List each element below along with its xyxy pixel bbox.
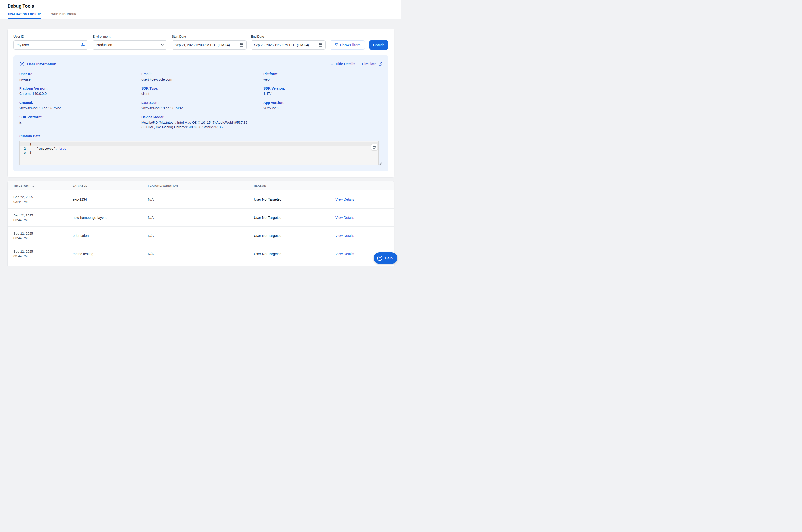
user-field: SDK Platform:js: [19, 115, 138, 130]
end-date-label: End Date: [251, 35, 326, 38]
user-field: Email:user@devcycle.com: [141, 72, 261, 82]
page-title: Debug Tools: [7, 4, 34, 9]
environment-label: Environment: [93, 35, 167, 38]
user-fields-grid: User ID:my-user Email:user@devcycle.com …: [19, 72, 382, 130]
hide-details-label: Hide Details: [336, 62, 355, 66]
search-button[interactable]: Search: [369, 40, 388, 50]
table-row: Sep 22, 202503:44 PM metric-testing N/A …: [7, 245, 394, 263]
start-date-value: Sep 21, 2025 12:00 AM EDT (GMT-4): [175, 43, 237, 47]
view-details-link[interactable]: View Details: [335, 234, 388, 238]
copy-icon: [373, 146, 376, 149]
view-details-link[interactable]: View Details: [335, 216, 388, 220]
code-line: 3 }: [20, 151, 378, 155]
start-date-field-group: Start Date Sep 21, 2025 12:00 AM EDT (GM…: [172, 35, 246, 50]
user-field: SDK Type:client: [141, 87, 261, 96]
user-information-header: User Information Hide Details Simulate: [19, 61, 382, 66]
help-label: Help: [385, 256, 393, 260]
help-button[interactable]: ? Help: [374, 252, 397, 264]
user-id-field-group: User ID: [14, 35, 88, 50]
timestamp-cell: Sep 22, 202503:44 PM: [14, 231, 73, 240]
table-row: Sep 22, 202503:44 PM orientation N/A Use…: [7, 226, 394, 245]
start-date-label: Start Date: [172, 35, 246, 38]
show-filters-button[interactable]: Show Filters: [330, 40, 365, 50]
end-date-value: Sep 23, 2025 11:59 PM EDT (GMT-4): [254, 43, 317, 47]
external-link-icon: [378, 62, 382, 66]
reason-cell: User Not Targeted: [254, 234, 335, 238]
user-information-panel: User Information Hide Details Simulate: [14, 55, 388, 171]
reason-cell: User Not Targeted: [254, 252, 335, 256]
table-header-row: TIMESTAMP VARIABLE FEATURE/VARIATION REA…: [7, 181, 394, 190]
line-number: 3: [20, 151, 28, 155]
top-header: Debug Tools EVALUATION LOOKUP WEB DEBUGG…: [0, 0, 401, 19]
tab-bar: EVALUATION LOOKUP WEB DEBUGGER: [7, 13, 77, 19]
end-date-input[interactable]: Sep 23, 2025 11:59 PM EDT (GMT-4): [251, 40, 326, 50]
copy-button[interactable]: [371, 144, 378, 150]
page-content: User ID Environment Production: [0, 19, 401, 266]
column-header-variable[interactable]: VARIABLE: [73, 184, 148, 187]
simulate-label: Simulate: [362, 62, 376, 66]
sort-descending-icon: [32, 184, 35, 187]
resize-handle-icon[interactable]: [379, 162, 382, 165]
chevron-down-icon: [160, 43, 164, 46]
code-line: 1 {: [20, 142, 378, 147]
feature-cell: N/A: [148, 252, 254, 256]
view-details-link[interactable]: View Details: [335, 197, 388, 201]
reason-cell: User Not Targeted: [254, 216, 335, 220]
user-id-label: User ID: [14, 35, 88, 38]
environment-selected-value: Production: [96, 43, 159, 47]
user-field: Platform Version:Chrome 140.0.0.0: [19, 87, 138, 96]
feature-cell: N/A: [148, 216, 254, 220]
variable-cell: metric-testing: [73, 252, 148, 256]
environment-field-group: Environment Production: [93, 35, 167, 50]
custom-data-code-editor[interactable]: 1 { 2 "employee": true 3 }: [19, 141, 379, 166]
tab-web-debugger[interactable]: WEB DEBUGGER: [51, 13, 77, 19]
feature-cell: N/A: [148, 197, 254, 201]
custom-data-editor-wrap: 1 { 2 "employee": true 3 }: [19, 141, 379, 166]
chevron-down-icon: [330, 62, 334, 66]
user-field: Device Model:Mozilla/5.0 (Macintosh; Int…: [141, 115, 261, 130]
column-header-timestamp[interactable]: TIMESTAMP: [14, 184, 73, 187]
custom-data-label: Custom Data:: [19, 134, 382, 138]
table-row: Sep 22, 202503:44 PM togglebot-speed Hel…: [7, 263, 394, 266]
feature-cell: N/A: [148, 234, 254, 238]
table-row: Sep 22, 202503:44 PM exp-1234 N/A User N…: [7, 190, 394, 208]
timestamp-cell: Sep 22, 202503:44 PM: [14, 195, 73, 204]
user-field: Created:2025-09-22T19:44:36.752Z: [19, 101, 138, 111]
calendar-icon[interactable]: [240, 43, 243, 47]
hide-details-button[interactable]: Hide Details: [330, 62, 355, 66]
line-number: 1: [20, 142, 28, 147]
show-filters-label: Show Filters: [340, 43, 361, 47]
user-field: App Version:2025.22.0: [263, 101, 382, 111]
timestamp-cell: Sep 22, 202503:44 PM: [14, 213, 73, 222]
user-field: Last Seen:2025-09-22T19:44:36.749Z: [141, 101, 261, 111]
user-information-title: User Information: [27, 62, 56, 66]
line-number: 2: [20, 147, 28, 151]
start-date-input[interactable]: Sep 21, 2025 12:00 AM EDT (GMT-4): [172, 40, 246, 50]
evaluations-table: TIMESTAMP VARIABLE FEATURE/VARIATION REA…: [7, 181, 395, 266]
code-line: 2 "employee": true: [20, 147, 378, 151]
environment-select[interactable]: Production: [93, 40, 167, 50]
table-row: Sep 22, 202503:44 PM new-homepage-layout…: [7, 208, 394, 226]
user-circle-icon: [19, 61, 25, 66]
search-button-label: Search: [373, 43, 385, 47]
variable-cell: new-homepage-layout: [73, 216, 148, 220]
user-id-input-wrap: [14, 40, 88, 50]
column-header-feature-variation[interactable]: FEATURE/VARIATION: [148, 184, 254, 187]
evaluation-lookup-card: User ID Environment Production: [7, 28, 395, 177]
question-mark-icon: ?: [377, 255, 382, 261]
simulate-button[interactable]: Simulate: [362, 62, 382, 66]
column-header-reason[interactable]: REASON: [254, 184, 335, 187]
user-id-input[interactable]: [17, 43, 79, 47]
funnel-icon: [335, 43, 338, 47]
user-field: Platform:web: [263, 72, 382, 82]
variable-cell: orientation: [73, 234, 148, 238]
user-field: User ID:my-user: [19, 72, 138, 82]
user-field: SDK Version:1.47.1: [263, 87, 382, 96]
calendar-icon[interactable]: [319, 43, 322, 47]
variable-cell: exp-1234: [73, 197, 148, 201]
search-form: User ID Environment Production: [14, 35, 388, 50]
end-date-field-group: End Date Sep 23, 2025 11:59 PM EDT (GMT-…: [251, 35, 326, 50]
tab-evaluation-lookup[interactable]: EVALUATION LOOKUP: [7, 13, 41, 19]
reason-cell: User Not Targeted: [254, 197, 335, 201]
user-add-icon[interactable]: [80, 43, 85, 47]
